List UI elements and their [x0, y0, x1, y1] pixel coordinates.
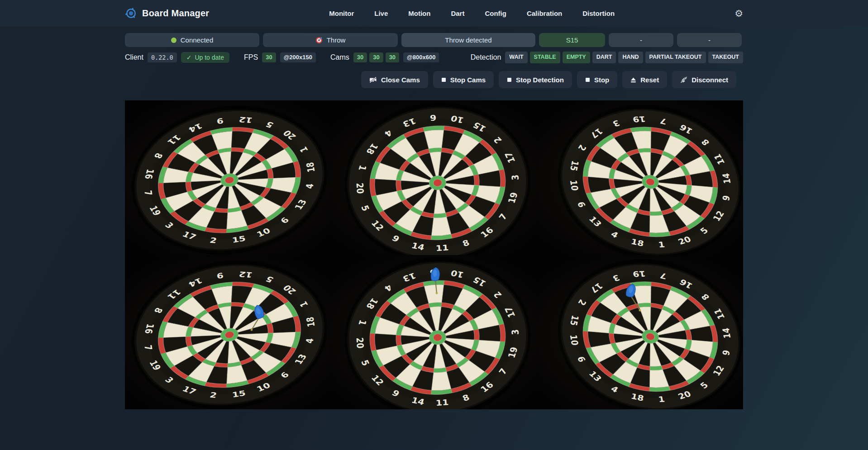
stop-detection-button[interactable]: Stop Detection	[499, 71, 572, 88]
app-header: Board Manager MonitorLiveMotionDartConfi…	[0, 0, 868, 27]
button-label: Close Cams	[381, 76, 420, 84]
detection-state-empty: EMPTY	[563, 52, 590, 63]
nav-item-dart[interactable]: Dart	[451, 9, 464, 17]
board-number-20: 20	[355, 182, 366, 194]
button-label: Stop Detection	[516, 76, 564, 84]
score-status: S15	[539, 33, 605, 47]
board-number-12: 12	[238, 115, 253, 125]
fps-resolution: @200x150	[280, 52, 316, 62]
app-logo-icon	[125, 7, 137, 19]
board-number-20: 20	[355, 337, 366, 349]
cams-resolution: @800x600	[403, 52, 439, 62]
cam-fps-list: 303030	[353, 52, 399, 62]
stop-icon	[441, 77, 446, 82]
board-number-10: 10	[568, 180, 580, 191]
throw-status: Throw	[263, 33, 398, 47]
board-number-12: 12	[238, 270, 253, 279]
button-label: Stop Cams	[450, 76, 486, 84]
cam-top-center: 2011841361015217319716811149125	[331, 100, 537, 255]
board-number-4: 4	[303, 183, 315, 189]
button-label: Disconnect	[692, 76, 728, 84]
detection-label: Detection	[471, 53, 501, 62]
gear-icon[interactable]: ⚙	[734, 9, 743, 18]
nav-item-calibration[interactable]: Calibration	[527, 9, 562, 17]
detection-state-wait: WAIT	[505, 52, 527, 63]
plug-off-icon	[680, 76, 687, 83]
camera-grid: 2011841361015217319716811149125201184136…	[125, 100, 743, 409]
board-number-6: 6	[429, 113, 437, 123]
camera-off-icon	[369, 76, 377, 83]
update-status-badge: ✓Up to date	[181, 52, 229, 63]
nav-item-motion[interactable]: Motion	[408, 9, 430, 17]
detection-state-hand: HAND	[618, 52, 643, 63]
extra-status-2-label: -	[708, 36, 711, 44]
nav-item-monitor[interactable]: Monitor	[329, 9, 354, 17]
close-cams-button[interactable]: Close Cams	[361, 71, 428, 88]
detection-state-dart: DART	[592, 52, 616, 63]
board-number-14: 14	[720, 173, 733, 184]
connection-status: Connected	[125, 33, 259, 47]
cam-fps-3: 30	[386, 52, 399, 62]
board-number-11: 11	[435, 243, 449, 253]
info-bar: Client 0.22.0 ✓Up to date FPS 30 @200x15…	[125, 52, 743, 63]
connection-status-label: Connected	[181, 36, 214, 44]
board-number-14: 14	[720, 327, 733, 338]
score-status-label: S15	[566, 36, 578, 44]
board-number-9: 9	[216, 271, 224, 280]
board-number-9: 9	[216, 116, 224, 125]
throw-detected-status-label: Throw detected	[445, 36, 491, 44]
cam-top-right: 2011841361015217319716811149125	[537, 100, 743, 255]
board-number-18: 18	[304, 316, 317, 328]
detection-state-stable: STABLE	[530, 52, 560, 63]
throw-detected-status: Throw detected	[401, 33, 535, 47]
reset-button[interactable]: Reset	[622, 71, 667, 88]
board-number-3: 3	[510, 174, 521, 180]
page-title: Board Manager	[142, 8, 209, 19]
detection-state-takeout: TAKEOUT	[708, 52, 744, 63]
board-number-11: 11	[435, 397, 449, 407]
board-number-4: 4	[303, 338, 315, 344]
cams-label: Cams	[330, 53, 349, 62]
update-status-label: Up to date	[195, 54, 224, 61]
board-number-3: 3	[510, 329, 521, 335]
fps-value: 30	[262, 52, 276, 62]
board-number-15: 15	[568, 314, 580, 326]
button-label: Stop	[594, 76, 609, 84]
eject-icon	[630, 77, 636, 83]
stop-icon	[585, 77, 590, 82]
cam-fps-2: 30	[369, 52, 383, 62]
nav-item-config[interactable]: Config	[485, 9, 506, 17]
fps-label: FPS	[244, 53, 258, 62]
cam-bottom-right: 2011841361015217319716811149125	[537, 255, 743, 410]
stop-icon	[507, 77, 512, 82]
board-number-19: 19	[632, 115, 646, 124]
client-label: Client	[125, 53, 143, 62]
main-nav: MonitorLiveMotionDartConfigCalibrationDi…	[329, 9, 615, 17]
board-number-18: 18	[304, 161, 317, 173]
button-label: Reset	[640, 76, 659, 84]
nav-item-live[interactable]: Live	[374, 9, 388, 17]
cam-bottom-left: 2011841361015217319716811149125	[125, 255, 331, 410]
detection-state-list: WAITSTABLEEMPTYDARTHANDPARTIAL TAKEOUTTA…	[505, 52, 743, 63]
cam-fps-1: 30	[353, 52, 367, 62]
status-bar: ConnectedThrowThrow detectedS15--	[125, 33, 743, 47]
check-icon: ✓	[186, 54, 192, 61]
detection-state-partial-takeout: PARTIAL TAKEOUT	[645, 52, 706, 63]
stop-button[interactable]: Stop	[577, 71, 617, 88]
stop-cams-button[interactable]: Stop Cams	[433, 71, 494, 88]
connected-dot-icon	[171, 38, 176, 43]
target-icon	[315, 37, 323, 44]
nav-item-distortion[interactable]: Distortion	[582, 9, 615, 17]
board-number-10: 10	[568, 334, 580, 345]
extra-status-1-label: -	[640, 36, 642, 44]
cam-bottom-center: 2011841361015217319716811149125	[331, 255, 537, 410]
client-version: 0.22.0	[148, 52, 177, 63]
disconnect-button[interactable]: Disconnect	[672, 71, 736, 88]
toolbar: Close CamsStop CamsStop DetectionStopRes…	[125, 71, 743, 88]
extra-status-2: -	[677, 33, 742, 47]
throw-status-label: Throw	[327, 36, 346, 44]
cam-top-left: 2011841361015217319716811149125	[125, 100, 331, 255]
brand: Board Manager	[125, 7, 209, 19]
extra-status-1: -	[609, 33, 673, 47]
board-number-19: 19	[632, 269, 646, 278]
